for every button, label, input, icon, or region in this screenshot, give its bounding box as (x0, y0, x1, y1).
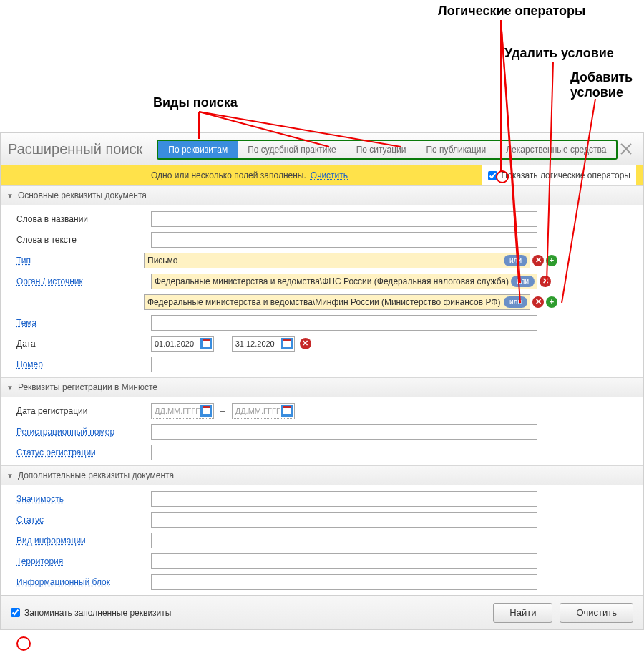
tab-medicines[interactable]: Лекарственные средства (496, 141, 616, 158)
input-number[interactable] (151, 357, 537, 372)
show-logical-operators-checkbox[interactable] (488, 171, 497, 180)
find-button[interactable]: Найти (493, 603, 552, 623)
label-type[interactable]: Тип (1, 256, 144, 266)
label-organ[interactable]: Орган / источник (1, 276, 151, 286)
or-badge[interactable]: или (504, 296, 527, 308)
section-registration[interactable]: ▼ Реквизиты регистрации в Минюсте (1, 377, 643, 397)
value-organ-2: Федеральные министерства и ведомства\Мин… (147, 297, 500, 307)
input-organ-2[interactable]: Федеральные министерства и ведомства\Мин… (144, 294, 530, 310)
tab-requisites[interactable]: По реквизитам (158, 141, 238, 158)
date-to[interactable]: 31.12.2020 (232, 336, 295, 352)
annotation-search-types: Виды поиска (153, 95, 238, 110)
label-info-type[interactable]: Вид информации (1, 536, 151, 546)
reg-date-from[interactable]: ДД.ММ.ГГГГ (151, 403, 214, 419)
add-condition-button[interactable]: + (546, 296, 557, 308)
section-reg-label: Реквизиты регистрации в Минюсте (18, 382, 157, 392)
label-importance[interactable]: Значимость (1, 494, 151, 504)
show-logical-operators-wrap: Показать логические операторы (482, 165, 636, 185)
label-theme[interactable]: Тема (1, 318, 151, 328)
dash: – (220, 406, 225, 416)
delete-condition-button[interactable]: ✕ (540, 276, 551, 287)
annotation-add-condition: Добавить условие (570, 70, 644, 100)
notice-clear-link[interactable]: Очистить (311, 170, 348, 180)
delete-condition-button[interactable]: ✕ (532, 255, 544, 266)
remember-wrap: Запоминать заполненные реквизиты (11, 608, 171, 618)
dash: – (220, 339, 225, 349)
input-reg-number[interactable] (151, 424, 537, 440)
value-organ-1: Федеральные министерства и ведомства\ФНС… (155, 276, 509, 286)
panel-header: Расширенный поиск По реквизитам По судеб… (1, 133, 643, 165)
tab-publication[interactable]: По публикации (416, 141, 496, 158)
input-theme[interactable] (151, 315, 537, 331)
tab-court-practice[interactable]: По судебной практике (238, 141, 346, 158)
label-number[interactable]: Номер (1, 359, 151, 369)
calendar-icon (200, 405, 212, 417)
input-words-text[interactable] (151, 232, 537, 248)
annotation-logical-operators: Логические операторы (438, 4, 585, 19)
remember-checkbox[interactable] (11, 608, 20, 617)
or-badge[interactable]: или (511, 276, 535, 287)
input-info-block[interactable] (151, 574, 537, 590)
input-territory[interactable] (151, 553, 537, 569)
label-reg-date: Дата регистрации (1, 406, 151, 416)
input-importance[interactable] (151, 491, 537, 507)
calendar-icon (200, 338, 212, 349)
label-status[interactable]: Статус (1, 515, 151, 525)
close-button[interactable] (618, 140, 635, 158)
label-date: Дата (1, 339, 151, 349)
calendar-icon (281, 405, 293, 417)
search-tabs: По реквизитам По судебной практике По си… (157, 140, 618, 160)
add-condition-button[interactable]: + (546, 255, 557, 266)
remember-label: Запоминать заполненные реквизиты (24, 608, 171, 618)
show-logical-operators-label: Показать логические операторы (502, 170, 630, 180)
date-from[interactable]: 01.01.2020 (151, 336, 214, 352)
panel-title: Расширенный поиск (8, 141, 142, 158)
input-reg-status[interactable] (151, 445, 537, 460)
tab-situation[interactable]: По ситуации (346, 141, 416, 158)
notice-bar: Одно или несколько полей заполнены. Очис… (1, 165, 643, 185)
or-badge[interactable]: или (504, 255, 527, 266)
label-territory[interactable]: Территория (1, 556, 151, 566)
clear-button[interactable]: Очистить (560, 603, 633, 623)
section-main-requisites[interactable]: ▼ Основные реквизиты документа (1, 185, 643, 205)
reg-date-to[interactable]: ДД.ММ.ГГГГ (232, 403, 295, 419)
input-words-title[interactable] (151, 211, 537, 227)
section-extra[interactable]: ▼ Дополнительные реквизиты документа (1, 465, 643, 485)
input-status[interactable] (151, 512, 537, 528)
label-reg-number[interactable]: Регистрационный номер (1, 427, 151, 437)
highlight-circle-checkbox-bottom (16, 636, 31, 651)
input-organ-1[interactable]: Федеральные министерства и ведомства\ФНС… (151, 274, 537, 289)
advanced-search-panel: Расширенный поиск По реквизитам По судеб… (0, 132, 644, 630)
delete-date-button[interactable]: ✕ (300, 338, 311, 349)
collapse-icon: ▼ (6, 472, 14, 480)
panel-footer: Запоминать заполненные реквизиты Найти О… (1, 595, 643, 629)
section-extra-label: Дополнительные реквизиты документа (18, 470, 174, 480)
delete-condition-button[interactable]: ✕ (532, 296, 544, 308)
collapse-icon: ▼ (6, 384, 14, 392)
label-reg-status[interactable]: Статус регистрации (1, 447, 151, 458)
calendar-icon (281, 338, 293, 349)
label-words-text: Слова в тексте (1, 235, 151, 245)
input-type[interactable]: Письмо или (144, 253, 530, 268)
collapse-icon: ▼ (6, 192, 14, 200)
label-info-block[interactable]: Информационный блок (1, 577, 151, 587)
close-icon (619, 142, 633, 156)
notice-text: Одно или несколько полей заполнены. (151, 170, 306, 180)
value-type: Письмо (147, 256, 178, 266)
input-info-type[interactable] (151, 533, 537, 548)
label-words-title: Слова в названии (1, 214, 151, 224)
section-main-label: Основные реквизиты документа (18, 190, 147, 200)
annotation-delete-condition: Удалить условие (504, 46, 614, 61)
